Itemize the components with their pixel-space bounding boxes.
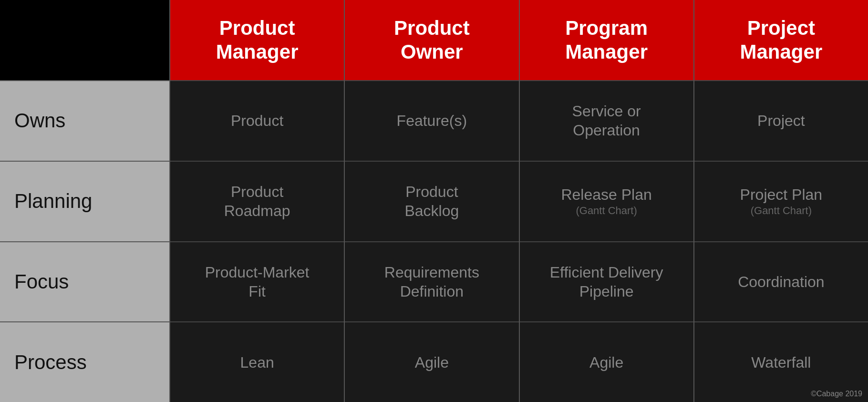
focus-label: Focus — [14, 270, 69, 293]
pm-focus: Product-MarketFit — [170, 241, 344, 322]
col-product-manager: ProductManager Product ProductRoadmap Pr… — [169, 0, 344, 402]
comparison-table: Owns Planning Focus Process ProductManag… — [0, 0, 868, 402]
pm-owns-value: Product — [231, 111, 283, 130]
po-owns: Feature(s) — [345, 80, 518, 161]
po-planning: ProductBacklog — [345, 161, 518, 241]
program-manager-title: ProgramManager — [565, 16, 648, 64]
po-process-value: Agile — [415, 353, 449, 372]
prj-owns: Project — [694, 80, 868, 161]
row-label-focus: Focus — [0, 241, 169, 322]
pgm-planning-value: Release Plan(Gantt Chart) — [561, 185, 651, 217]
po-planning-value: ProductBacklog — [404, 182, 459, 220]
col-product-owner: ProductOwner Feature(s) ProductBacklog R… — [344, 0, 518, 402]
pm-process-value: Lean — [240, 353, 274, 372]
program-manager-header: ProgramManager — [520, 0, 693, 80]
po-focus: RequirementsDefinition — [345, 241, 518, 322]
pgm-planning: Release Plan(Gantt Chart) — [520, 161, 693, 241]
prj-planning-value: Project Plan(Gantt Chart) — [740, 185, 823, 217]
pgm-owns: Service orOperation — [520, 80, 693, 161]
po-focus-value: RequirementsDefinition — [384, 263, 479, 301]
prj-focus-value: Coordination — [738, 272, 824, 291]
project-manager-title: ProjectManager — [740, 16, 823, 64]
owns-label: Owns — [14, 109, 65, 132]
prj-owns-value: Project — [757, 111, 805, 130]
copyright-text: ©Cabage 2019 — [811, 390, 862, 398]
data-columns: ProductManager Product ProductRoadmap Pr… — [169, 0, 868, 402]
pgm-owns-value: Service orOperation — [572, 102, 641, 140]
prj-process-value: Waterfall — [751, 353, 811, 372]
product-owner-title: ProductOwner — [394, 16, 470, 64]
project-manager-header: ProjectManager — [694, 0, 868, 80]
product-owner-header: ProductOwner — [345, 0, 518, 80]
label-column: Owns Planning Focus Process — [0, 0, 169, 402]
row-label-planning: Planning — [0, 161, 169, 241]
prj-planning: Project Plan(Gantt Chart) — [694, 161, 868, 241]
pgm-process: Agile — [520, 321, 693, 402]
pgm-focus-value: Efficient DeliveryPipeline — [550, 263, 663, 301]
pm-owns: Product — [170, 80, 344, 161]
po-owns-value: Feature(s) — [397, 111, 467, 130]
prj-focus: Coordination — [694, 241, 868, 322]
pm-focus-value: Product-MarketFit — [205, 263, 310, 301]
label-header — [0, 0, 169, 80]
product-manager-header: ProductManager — [170, 0, 344, 80]
pm-planning-value: ProductRoadmap — [224, 182, 290, 220]
col-project-manager: ProjectManager Project Project Plan(Gant… — [693, 0, 868, 402]
process-label: Process — [14, 351, 87, 374]
planning-label: Planning — [14, 190, 92, 213]
row-label-process: Process — [0, 321, 169, 402]
po-process: Agile — [345, 321, 518, 402]
col-program-manager: ProgramManager Service orOperation Relea… — [519, 0, 693, 402]
pm-process: Lean — [170, 321, 344, 402]
pm-planning: ProductRoadmap — [170, 161, 344, 241]
pgm-process-value: Agile — [589, 353, 623, 372]
product-manager-title: ProductManager — [216, 16, 299, 64]
row-label-owns: Owns — [0, 80, 169, 161]
pgm-focus: Efficient DeliveryPipeline — [520, 241, 693, 322]
